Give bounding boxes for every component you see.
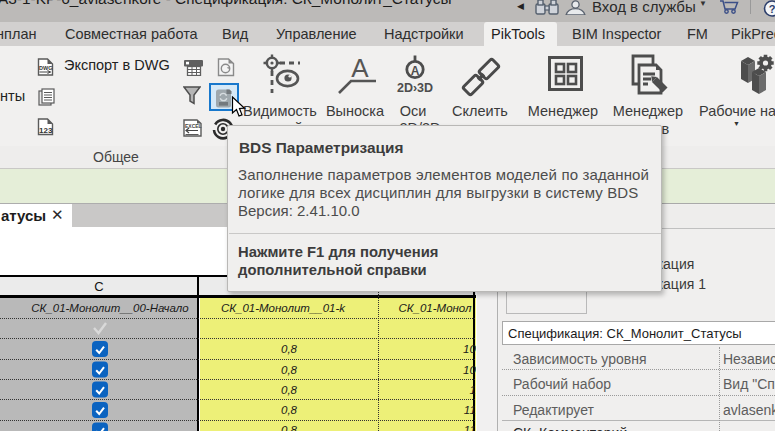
svg-text:DWG: DWG [39, 65, 52, 71]
svg-text:A: A [411, 64, 420, 78]
svg-text:2D›3D: 2D›3D [397, 81, 433, 94]
svg-text:EXCEL: EXCEL [185, 123, 202, 129]
svg-text:?: ? [769, 3, 775, 15]
svg-text:123: 123 [39, 126, 53, 135]
svg-text:A: A [351, 54, 369, 83]
